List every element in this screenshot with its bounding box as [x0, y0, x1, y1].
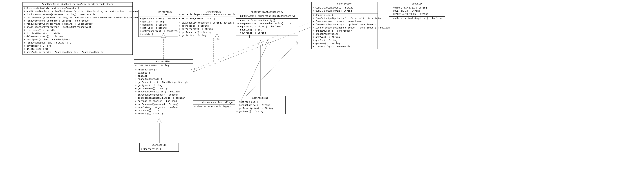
au14: + hashCode() : int — [135, 109, 192, 112]
gu7: + eraseCredentials() — [313, 33, 376, 36]
gu10: + getName() : String — [313, 42, 376, 45]
user-name: User — [162, 13, 167, 16]
abstract-role-box: AbstractRole + AbstractRole() + getAutho… — [235, 96, 286, 114]
security-box: Security + AUTHORITY_PREFIX : String + R… — [389, 2, 445, 21]
user-details-title: UserDetails — [140, 143, 178, 147]
abstract-user-title: AbstractUser — [134, 60, 193, 64]
base-user-details-box: BaseUserDetailsAuthenticationProvider<U … — [22, 2, 133, 55]
diagram-container: «interface» VerifyCodeProvider + getCode… — [0, 0, 644, 192]
au8: + isAccountNonExpired() : boolean — [135, 91, 192, 94]
m1: + BaseUserDetailsAuthenticationProvider(… — [24, 7, 131, 10]
gu5: + isGenericUserLogin(genericUser : Gener… — [313, 26, 376, 30]
au9: + isAccountNonLocked() : boolean — [135, 94, 192, 97]
generic-user-box: GenericUser + GENERIC_USER_COOKIE : Stri… — [312, 2, 378, 49]
svg-marker-7 — [260, 41, 262, 44]
aga6: + toString() : String — [238, 32, 296, 35]
ud-methods: + UserDetails() — [140, 147, 178, 151]
user-details-box: UserDetails + UserDetails() — [140, 143, 179, 152]
abstract-user-box: AbstractUser + USER_TYPE_USER : String +… — [134, 59, 194, 116]
au11: # setEnabled(enabled : boolean) — [135, 100, 192, 103]
gu3: + fromUser(user : User) : GenericUser — [313, 20, 376, 23]
au3: + enable() — [135, 75, 192, 78]
gu8: + getType() : String — [313, 36, 376, 39]
base-user-details-methods: + BaseUserDetailsAuthenticationProvider(… — [23, 6, 132, 55]
asp-methods: # AbstractStaticPrivilege() — [193, 105, 241, 109]
au7: + getUsername() : String — [135, 87, 192, 91]
sec3: + HEADER_AUTH_TOKEN : String — [390, 13, 444, 16]
au-field1: + USER_TYPE_USER : String — [135, 64, 192, 67]
m11: + setCipher(cipher : EncodeCipher) — [24, 38, 131, 41]
sec-fields: + AUTHORITY_PREFIX : String + ROLE_PREFI… — [389, 6, 445, 17]
gu-f2: + GENERIC_USER_TOKEN : String — [313, 10, 376, 13]
ud1: + UserDetails() — [141, 148, 178, 151]
au5: + getProperties() : Map<String, String> — [135, 81, 192, 84]
m2: # additionalAuthenticationChecks(userDet… — [24, 10, 131, 13]
gu4: + fromSecurityContext() : Optional<Gener… — [313, 23, 376, 26]
ar4: + getName() : String — [236, 110, 284, 113]
sec-methods: + authenticationIsRequired() : boolean — [389, 17, 445, 21]
m7: + onApplicationEvent(event : ContextRefr… — [24, 26, 131, 29]
aga1: + COMPARATOR : Comparator<GrantedAuthori… — [238, 15, 296, 18]
sec2: + ROLE_PREFIX : String — [390, 10, 444, 13]
m5: # findEverywhere(username : String) : Ge… — [24, 19, 131, 23]
m13: # save(user : U) : U — [24, 45, 131, 48]
gu2: + fromPrincipal(principal : Principal) :… — [313, 17, 376, 20]
ar3: + getDescription() : String — [236, 107, 284, 110]
m3: + loadUserByUsername(username : String) … — [24, 13, 131, 16]
aga-methods: + AbstractGrantedAuthority() + compareTo… — [236, 19, 298, 35]
svg-marker-11 — [158, 119, 161, 123]
au13: + equals(obj : Object) : boolean — [135, 106, 192, 109]
ar2: + getAuthority() : String — [236, 104, 284, 107]
m10: # deleteTestUsers() : List<U> — [24, 35, 131, 38]
au15: + toString() : String — [135, 112, 192, 115]
base-user-details-title: BaseUserDetailsAuthenticationProvider<U … — [23, 2, 132, 6]
svg-marker-20 — [265, 40, 270, 45]
aga-fields: + COMPARATOR : Comparator<GrantedAuthori… — [236, 14, 298, 19]
svg-marker-18 — [258, 40, 263, 45]
svg-line-19 — [241, 44, 268, 100]
asp1: # AbstractStaticPrivilege() — [194, 105, 240, 108]
au-fields: + USER_TYPE_USER : String — [134, 64, 193, 68]
gu-fields: + GENERIC_USER_COOKIE : String + GENERIC… — [312, 6, 378, 13]
gu11: + toUserInfo() : UserDetails — [313, 45, 376, 48]
gu6: + unknownUser() : GenericUser — [313, 30, 376, 33]
au6: + getType() : String — [135, 84, 192, 87]
gu-methods: + GenericUser() + fromPrincipal(principa… — [312, 13, 378, 49]
m14: # delete(user : U) — [24, 48, 131, 51]
aga4: + equals(obj : Object) : boolean — [238, 25, 296, 28]
aga5: + hashCode() : int — [238, 28, 296, 32]
au12: # setPassword(password : String) — [135, 103, 192, 106]
ar-methods: + AbstractRole() + getAuthority() : Stri… — [235, 100, 285, 114]
au10: + isCredentialsNonExpired() : boolean — [135, 97, 192, 100]
abstract-granted-authority-title: AbstractGrantedAuthority — [236, 10, 298, 14]
m4: # retrieveUser(username : String, authen… — [24, 16, 131, 19]
sec1: + AUTHORITY_PREFIX : String — [390, 6, 444, 10]
security-title: Security — [389, 2, 445, 6]
au-methods: + AbstractUser() + disable() + enable() … — [134, 68, 193, 116]
ar1: + AbstractRole() — [236, 101, 284, 104]
m9: # initTestUsers() : List<U> — [24, 32, 131, 35]
gu9: + getId() : String — [313, 39, 376, 42]
gu-f1: + GENERIC_USER_COOKIE : String — [313, 6, 376, 10]
m12: # findByName(username : String) : U — [24, 41, 131, 45]
aga3: + compareTo(hs : GrantedAuthority) : int — [238, 22, 296, 25]
abstract-role-title: AbstractRole — [235, 96, 285, 100]
generic-user-title: GenericUser — [312, 2, 378, 6]
au1: + AbstractUser() — [135, 68, 192, 72]
sec4: + authenticationIsRequired() : boolean — [390, 17, 444, 20]
au4: + eraseCredentials() — [135, 78, 192, 81]
svg-marker-9 — [296, 41, 298, 44]
au2: + disable() — [135, 72, 192, 75]
m6: # findSecurityUser(username : String) : … — [24, 23, 131, 26]
svg-marker-22 — [157, 118, 162, 123]
abstract-static-privilege-box: AbstractStaticPrivilege # AbstractStatic… — [193, 100, 241, 109]
asp-title: AbstractStaticPrivilege — [193, 101, 241, 105]
gu1: + GenericUser() — [313, 14, 376, 17]
abstract-granted-authority-box: AbstractGrantedAuthority + COMPARATOR : … — [236, 10, 298, 35]
m8: # testUsers() : List<U> — [24, 29, 131, 32]
m15: # saveRole(authority : GrantedAuthority)… — [24, 51, 131, 54]
aga2: + AbstractGrantedAuthority() — [238, 19, 296, 22]
